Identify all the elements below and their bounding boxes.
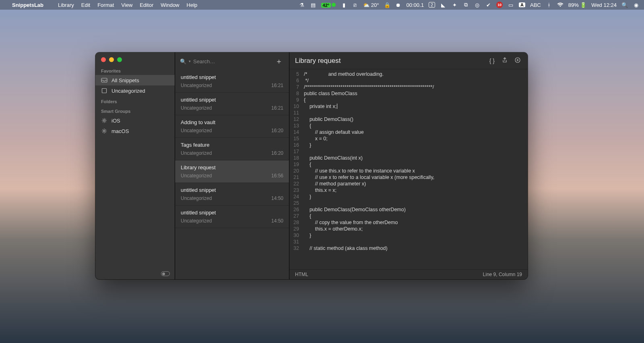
workspace-indicator[interactable]: 2	[429, 2, 435, 8]
menu-help[interactable]: Help	[187, 2, 198, 8]
snippet-title: untitled snippet	[181, 74, 283, 80]
snippet-title[interactable]: Library request	[295, 57, 484, 65]
spotlight-icon[interactable]: 🔍	[621, 2, 628, 8]
smart-groups-label: Smart Groups	[95, 106, 175, 115]
timer-widget[interactable]: 00:00.1	[407, 2, 424, 8]
input-mode[interactable]: A	[519, 2, 525, 7]
menu-library[interactable]: Library	[58, 2, 74, 8]
minimize-button[interactable]	[109, 57, 114, 62]
menu-editor[interactable]: Editor	[140, 2, 153, 8]
snippet-time: 16:21	[271, 105, 283, 111]
check-icon[interactable]: ✔	[485, 2, 491, 8]
snippet-title: untitled snippet	[181, 210, 283, 216]
add-fragment-icon[interactable]	[513, 56, 522, 66]
svg-rect-1	[102, 89, 107, 93]
snippet-title: Tags feature	[181, 142, 283, 148]
snippet-title: untitled snippet	[181, 97, 283, 103]
svg-point-3	[103, 130, 105, 132]
favorites-label: Favorites	[95, 65, 175, 75]
snippet-category: Uncategorized	[181, 105, 212, 111]
code-editor[interactable]: 5678910111213141516171819202122232425262…	[289, 69, 528, 269]
stats-icon[interactable]: ▮	[341, 2, 347, 8]
snippet-list: untitled snippetUncategorized16:21untitl…	[175, 70, 289, 279]
temp-badge[interactable]: 42°	[321, 2, 336, 8]
wifi-icon[interactable]	[557, 2, 564, 8]
notification-badge[interactable]: 10	[496, 2, 503, 8]
airplay-icon[interactable]: ▭	[508, 2, 514, 8]
folders-label: Folders	[95, 96, 175, 106]
snippet-title: Library request	[181, 164, 283, 170]
sidebar-item-label: All Snippets	[111, 77, 139, 83]
snippet-list-item[interactable]: untitled snippetUncategorized14:50	[175, 183, 289, 206]
snippet-category: Uncategorized	[181, 195, 212, 201]
sidebar-item-label: iOS	[111, 118, 120, 124]
keyboard-layout[interactable]: ABC	[530, 2, 541, 8]
box-icon	[101, 87, 107, 94]
snippet-category: Uncategorized	[181, 173, 212, 179]
sidebar-item-macos[interactable]: macOS	[95, 126, 175, 136]
sidebar-item-uncategorized[interactable]: Uncategorized	[95, 85, 175, 96]
app-name[interactable]: SnippetsLab	[12, 2, 43, 8]
language-indicator[interactable]: HTML	[295, 272, 308, 277]
snippet-category: Uncategorized	[181, 83, 212, 88]
snippet-list-item[interactable]: untitled snippetUncategorized14:50	[175, 206, 289, 228]
search-input[interactable]	[193, 58, 270, 64]
braces-icon[interactable]: { }	[488, 56, 496, 66]
sidebar-item-ios[interactable]: iOS	[95, 115, 175, 126]
snippet-list-item[interactable]: Library requestUncategorized16:56	[175, 160, 289, 183]
sidebar-item-all-snippets[interactable]: All Snippets	[95, 75, 175, 85]
snippet-list-item[interactable]: Tags featureUncategorized16:20	[175, 138, 289, 160]
snippet-list-item[interactable]: Adding to vaultUncategorized16:20	[175, 115, 289, 138]
cluster-icon[interactable]: ✦	[451, 2, 458, 8]
snippet-title: Adding to vault	[181, 119, 283, 125]
zoom-button[interactable]	[117, 57, 122, 62]
search-field[interactable]: 🔍▾	[180, 58, 270, 64]
weather-widget[interactable]: ⛅ 20°	[363, 2, 379, 8]
new-snippet-button[interactable]: ＋	[274, 56, 284, 66]
snippet-time: 16:56	[271, 173, 283, 179]
menu-window[interactable]: Window	[161, 2, 179, 8]
paperplane-icon[interactable]: ◣	[440, 2, 446, 8]
search-icon: 🔍	[180, 58, 186, 64]
snippet-category: Uncategorized	[181, 128, 212, 133]
svg-point-2	[103, 120, 105, 121]
chevron-down-icon: ▾	[189, 59, 191, 63]
editor-column: Library request { } 56789101112131415161…	[289, 52, 528, 279]
snippet-category: Uncategorized	[181, 218, 212, 224]
tray-icon	[101, 77, 107, 83]
snippet-list-item[interactable]: untitled snippetUncategorized16:21	[175, 93, 289, 115]
battery-widget[interactable]: 89% 🔋	[568, 2, 587, 8]
menu-edit[interactable]: Edit	[81, 2, 90, 8]
snippetslab-window: Favorites All SnippetsUncategorized Fold…	[95, 52, 528, 279]
share-icon[interactable]	[500, 56, 509, 66]
news-icon[interactable]: ▤	[310, 2, 316, 8]
sidebar-toggle[interactable]	[161, 271, 170, 276]
camera-icon[interactable]: ◎	[474, 2, 480, 8]
snippet-title: untitled snippet	[181, 187, 283, 193]
dropbox-icon[interactable]: ⧉	[462, 2, 469, 8]
menu-view[interactable]: View	[121, 2, 132, 8]
flask-icon[interactable]: ⚗	[299, 2, 305, 8]
lock-icon[interactable]: 🔒	[384, 2, 390, 8]
sidebar: Favorites All SnippetsUncategorized Fold…	[95, 52, 175, 279]
menubar-status-area: ⚗ ▤ 42° ▮ ⎚ ⛅ 20° 🔒 ⏺ 00:00.1 2 ◣ ✦ ⧉ ◎ …	[299, 2, 639, 8]
snippet-list-item[interactable]: untitled snippetUncategorized16:21	[175, 70, 289, 93]
snippet-time: 16:21	[271, 83, 283, 88]
record-icon[interactable]: ⏺	[395, 2, 402, 8]
gear-icon	[101, 128, 107, 134]
snippet-time: 14:50	[271, 195, 283, 201]
sidebar-item-label: Uncategorized	[111, 88, 145, 94]
snippet-category: Uncategorized	[181, 150, 212, 156]
code-content[interactable]: /* and method overloading. */ /*********…	[301, 69, 528, 269]
sidebar-item-label: macOS	[111, 128, 129, 134]
control-center-icon[interactable]: ◉	[633, 2, 639, 8]
window-controls	[95, 52, 175, 65]
close-button[interactable]	[101, 57, 106, 62]
gear-icon	[101, 117, 107, 124]
macos-menubar: SnippetsLab LibraryEditFormatViewEditorW…	[0, 0, 644, 10]
bluetooth-icon[interactable]: ᚼ	[546, 2, 552, 8]
clock[interactable]: Wed 12:24	[591, 2, 617, 8]
menu-format[interactable]: Format	[97, 2, 114, 8]
cursor-position: Line 9, Column 19	[483, 272, 522, 277]
disk-icon[interactable]: ⎚	[352, 2, 358, 8]
